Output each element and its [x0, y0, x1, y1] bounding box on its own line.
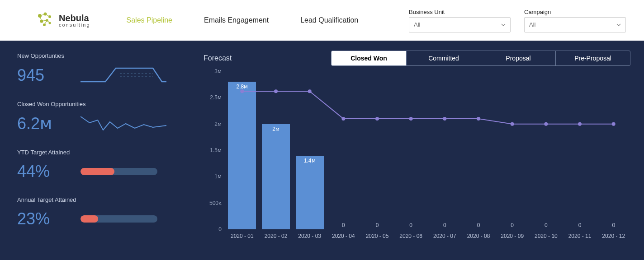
y-tick: 1ᴍ [214, 173, 222, 180]
svg-point-18 [409, 117, 413, 121]
filter-label: Campaign [524, 9, 626, 15]
x-tick: 2020 - 07 [428, 233, 462, 239]
svg-point-22 [544, 122, 548, 126]
kpi-ytd-target: YTD Target Attained 44% [17, 149, 173, 181]
select-value: All [414, 21, 420, 28]
select-value: All [529, 21, 535, 28]
x-tick: 2020 - 08 [462, 233, 496, 239]
kpi-label: New Opportunties [17, 52, 173, 59]
kpi-sidebar: New Opportunties 945 Closed Won Opportun… [0, 41, 190, 260]
brand-sub: consulting [59, 23, 90, 28]
svg-point-14 [274, 89, 278, 93]
progress-fill [80, 215, 98, 223]
x-tick: 2020 - 02 [259, 233, 293, 239]
kpi-label: Annual Target Attained [17, 196, 173, 203]
svg-point-17 [375, 117, 379, 121]
svg-point-19 [443, 117, 446, 121]
forecast-panel: Forecast Closed Won Committed Proposal P… [190, 41, 644, 260]
kpi-value: 945 [17, 66, 67, 85]
chevron-down-icon [616, 23, 621, 27]
sparkline-icon [80, 65, 166, 85]
y-tick: 2ᴍ [214, 121, 222, 127]
y-tick: 3ᴍ [214, 68, 222, 74]
tab-lead-qualification[interactable]: Lead Qualification [300, 16, 358, 24]
x-tick: 2020 - 01 [225, 233, 259, 239]
logo-icon [36, 11, 54, 29]
forecast-title: Forecast [204, 54, 232, 62]
y-tick: 1.5ᴍ [210, 147, 222, 153]
x-tick: 2020 - 03 [293, 233, 327, 239]
kpi-value: 44% [17, 162, 67, 181]
header: Nebula consulting Sales Pipeline Emails … [0, 0, 644, 41]
kpi-annual-target: Annual Target Attained 23% [17, 196, 173, 228]
x-tick: 2020 - 05 [360, 233, 394, 239]
chevron-down-icon [501, 23, 506, 27]
progress-fill [80, 168, 114, 175]
x-tick: 2020 - 10 [529, 233, 563, 239]
kpi-value: 6.2ᴍ [17, 114, 67, 133]
svg-line-12 [47, 20, 50, 23]
x-tick: 2020 - 04 [327, 233, 360, 239]
y-axis: 0500ᴋ1ᴍ1.5ᴍ2ᴍ2.5ᴍ3ᴍ [204, 71, 223, 229]
svg-point-23 [578, 122, 582, 126]
filter-campaign: Campaign All [524, 9, 626, 32]
tab-proposal[interactable]: Proposal [481, 51, 555, 65]
y-tick: 500ᴋ [209, 200, 222, 206]
filter-business-unit: Business Unit All [409, 9, 511, 32]
progress-bar [80, 215, 157, 223]
y-tick: 2.5ᴍ [210, 94, 222, 101]
kpi-value: 23% [17, 209, 67, 228]
sparkline-icon [80, 114, 166, 134]
tab-committed[interactable]: Committed [406, 51, 481, 65]
svg-point-21 [511, 122, 514, 126]
forecast-line [225, 71, 630, 229]
tab-emails-engagement[interactable]: Emails Engagement [204, 16, 269, 24]
svg-point-16 [341, 117, 345, 121]
x-tick: 2020 - 06 [394, 233, 428, 239]
main: New Opportunties 945 Closed Won Opportun… [0, 41, 644, 260]
kpi-closed-won: Closed Won Opportunities 6.2ᴍ [17, 101, 173, 134]
x-tick: 2020 - 12 [597, 233, 630, 239]
kpi-new-opportunities: New Opportunties 945 [17, 52, 173, 85]
svg-point-24 [612, 122, 616, 126]
brand-logo: Nebula consulting [36, 11, 90, 29]
nav-tabs: Sales Pipeline Emails Engagement Lead Qu… [127, 16, 409, 24]
filters: Business Unit All Campaign All [409, 9, 630, 32]
x-tick: 2020 - 09 [495, 233, 529, 239]
forecast-tabs: Closed Won Committed Proposal Pre-Propos… [331, 51, 630, 66]
y-tick: 0 [218, 226, 222, 232]
campaign-select[interactable]: All [524, 17, 626, 32]
business-unit-select[interactable]: All [409, 17, 511, 32]
forecast-chart: 0500ᴋ1ᴍ1.5ᴍ2ᴍ2.5ᴍ3ᴍ 2.8ᴍ2ᴍ1.4ᴍ000000000 … [204, 71, 630, 252]
svg-point-13 [240, 89, 244, 93]
kpi-label: YTD Target Attained [17, 149, 173, 156]
tab-closed-won[interactable]: Closed Won [331, 51, 406, 65]
plot-area: 2.8ᴍ2ᴍ1.4ᴍ000000000 [225, 71, 630, 229]
filter-label: Business Unit [409, 9, 511, 15]
svg-point-15 [308, 89, 312, 93]
x-tick: 2020 - 11 [563, 233, 597, 239]
brand-name: Nebula [59, 14, 90, 23]
x-axis: 2020 - 012020 - 022020 - 032020 - 042020… [225, 233, 630, 239]
tab-sales-pipeline[interactable]: Sales Pipeline [127, 16, 172, 24]
tab-pre-proposal[interactable]: Pre-Proposal [555, 51, 630, 65]
kpi-label: Closed Won Opportunities [17, 101, 173, 107]
progress-bar [80, 168, 157, 175]
svg-point-20 [477, 117, 480, 121]
